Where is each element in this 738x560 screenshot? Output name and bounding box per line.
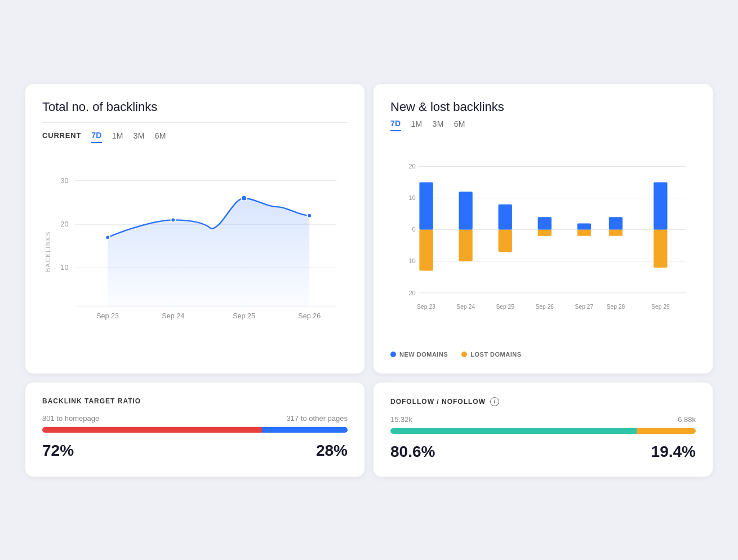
line-dot-sep26 bbox=[307, 213, 312, 217]
bar-sep28-new bbox=[609, 217, 623, 229]
svg-text:Sep 25: Sep 25 bbox=[233, 312, 255, 319]
svg-text:10: 10 bbox=[408, 257, 415, 264]
ratio-percentages: 72% 28% bbox=[42, 442, 348, 460]
bar-sep24-lost bbox=[459, 229, 472, 261]
svg-text:Sep 24: Sep 24 bbox=[162, 312, 184, 319]
new-lost-title: New & lost backlinks bbox=[390, 100, 696, 114]
bar-chart-svg: 20 10 0 10 20 bbox=[390, 141, 696, 344]
bar-sep29-lost bbox=[653, 229, 667, 267]
svg-text:Sep 26: Sep 26 bbox=[298, 312, 321, 319]
tab-current[interactable]: CURRENT bbox=[42, 131, 81, 142]
tab-3m[interactable]: 3M bbox=[134, 131, 145, 143]
bar-sep26-lost bbox=[538, 229, 552, 235]
line-dot-sep25 bbox=[241, 195, 247, 201]
tab-1m-right[interactable]: 1M bbox=[411, 119, 423, 131]
main-grid: Total no. of backlinks CURRENT 7D 1M 3M … bbox=[25, 84, 713, 477]
legend-new-domains: NEW DOMAINS bbox=[390, 351, 448, 358]
legend-lost-label: LOST DOMAINS bbox=[470, 351, 521, 358]
ratio-left-pct: 72% bbox=[42, 442, 74, 460]
ratio-labels: 801 to homepage 317 to other pages bbox=[42, 414, 348, 423]
new-lost-tabs: 7D 1M 3M 6M bbox=[390, 119, 696, 131]
tab-6m[interactable]: 6M bbox=[155, 131, 166, 143]
line-chart-area: 30 20 10 BACKLINKS Sep 23 Sep 24 Sep 25 … bbox=[42, 153, 348, 334]
svg-text:Sep 27: Sep 27 bbox=[575, 303, 594, 309]
bar-sep28-lost bbox=[609, 229, 623, 235]
backlinks-total-title: Total no. of backlinks bbox=[42, 100, 348, 114]
dofollow-percentages: 80.6% 19.4% bbox=[390, 443, 696, 461]
dofollow-right-label: 6.88k bbox=[678, 415, 696, 424]
backlink-ratio-card: BACKLINK TARGET RATIO 801 to homepage 31… bbox=[25, 383, 364, 477]
ratio-right-pct: 28% bbox=[316, 442, 348, 460]
legend-lost-domains: LOST DOMAINS bbox=[461, 351, 521, 358]
bar-sep26-new bbox=[538, 217, 552, 229]
ratio-bar-blue bbox=[262, 427, 348, 433]
dofollow-bar-orange bbox=[637, 428, 696, 434]
svg-text:Sep 24: Sep 24 bbox=[456, 303, 475, 309]
svg-text:Sep 26: Sep 26 bbox=[536, 303, 554, 309]
bar-sep27-lost bbox=[577, 229, 591, 235]
svg-text:BACKLINKS: BACKLINKS bbox=[45, 231, 51, 272]
tab-6m-right[interactable]: 6M bbox=[454, 119, 465, 131]
tab-7d[interactable]: 7D bbox=[91, 131, 102, 143]
line-dot-sep23 bbox=[105, 235, 110, 239]
svg-text:0: 0 bbox=[412, 226, 416, 233]
svg-text:20: 20 bbox=[408, 289, 415, 296]
dofollow-bar-teal bbox=[390, 428, 637, 434]
info-icon[interactable]: i bbox=[490, 397, 499, 406]
ratio-left-label: 801 to homepage bbox=[42, 414, 99, 423]
ratio-bar bbox=[42, 427, 348, 433]
bar-sep23-lost bbox=[419, 229, 433, 270]
svg-text:20: 20 bbox=[60, 220, 68, 228]
ratio-bar-red bbox=[42, 427, 262, 433]
svg-text:10: 10 bbox=[60, 264, 68, 272]
bar-sep27-new bbox=[577, 223, 591, 229]
svg-text:20: 20 bbox=[408, 163, 415, 170]
svg-text:30: 30 bbox=[60, 176, 68, 184]
line-chart-svg: 30 20 10 BACKLINKS Sep 23 Sep 24 Sep 25 … bbox=[42, 153, 348, 334]
line-dot-sep24 bbox=[171, 217, 175, 222]
tab-1m[interactable]: 1M bbox=[112, 131, 123, 143]
bar-sep29-new bbox=[653, 182, 667, 229]
bar-chart-area: 20 10 0 10 20 bbox=[390, 141, 696, 344]
dofollow-title: DOFOLLOW / NOFOLLOW i bbox=[390, 397, 696, 406]
dofollow-card: DOFOLLOW / NOFOLLOW i 15.32k 6.88k 80.6%… bbox=[374, 383, 713, 477]
bar-sep23-new bbox=[419, 182, 433, 229]
svg-text:Sep 28: Sep 28 bbox=[607, 303, 625, 309]
legend-new-label: NEW DOMAINS bbox=[399, 351, 448, 358]
divider-1 bbox=[42, 122, 348, 123]
bar-sep25-lost bbox=[499, 229, 512, 251]
dofollow-left-pct: 80.6% bbox=[390, 443, 435, 461]
tab-3m-right[interactable]: 3M bbox=[433, 119, 444, 131]
svg-text:Sep 23: Sep 23 bbox=[96, 312, 119, 319]
bar-sep25-new bbox=[499, 204, 512, 229]
backlink-ratio-title: BACKLINK TARGET RATIO bbox=[42, 397, 348, 405]
bar-sep24-new bbox=[459, 192, 472, 229]
legend-new-dot bbox=[390, 352, 396, 357]
dofollow-bar bbox=[390, 428, 696, 434]
svg-text:Sep 29: Sep 29 bbox=[651, 303, 670, 309]
ratio-right-label: 317 to other pages bbox=[287, 414, 348, 423]
legend-lost-dot bbox=[461, 352, 467, 357]
backlinks-tabs: CURRENT 7D 1M 3M 6M bbox=[42, 131, 348, 143]
dofollow-labels: 15.32k 6.88k bbox=[390, 415, 696, 424]
dofollow-left-label: 15.32k bbox=[390, 415, 412, 424]
bar-chart-legend: NEW DOMAINS LOST DOMAINS bbox=[390, 351, 696, 358]
tab-7d-right[interactable]: 7D bbox=[390, 119, 401, 131]
dashboard: Total no. of backlinks CURRENT 7D 1M 3M … bbox=[14, 73, 724, 488]
new-lost-backlinks-card: New & lost backlinks 7D 1M 3M 6M 20 bbox=[374, 84, 713, 374]
svg-text:Sep 25: Sep 25 bbox=[496, 303, 514, 309]
svg-text:10: 10 bbox=[408, 194, 415, 201]
backlinks-total-card: Total no. of backlinks CURRENT 7D 1M 3M … bbox=[25, 84, 364, 374]
dofollow-right-pct: 19.4% bbox=[651, 443, 696, 461]
svg-text:Sep 23: Sep 23 bbox=[417, 303, 435, 309]
